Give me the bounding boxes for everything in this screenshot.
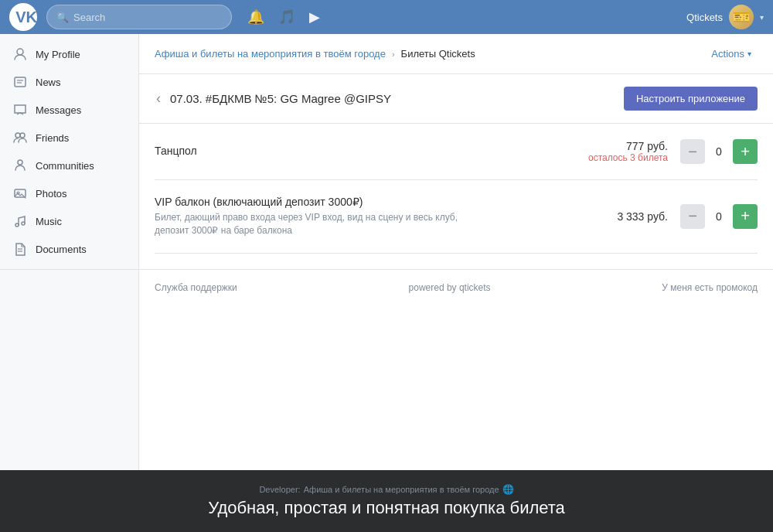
decrease-quantity-button[interactable]: − [680, 139, 705, 164]
event-title: ‹ 07.03. #БДКМВ №5: GG Magree @GIPSY [155, 89, 391, 108]
quantity-value: 0 [711, 210, 727, 223]
nav-icons: 🔔 🎵 ▶ [247, 9, 320, 26]
breadcrumb-current: Билеты Qtickets [401, 48, 475, 60]
chevron-down-icon: ▾ [760, 13, 764, 22]
bottom-banner: Developer: Афиша и билеты на мероприятия… [0, 470, 773, 532]
ticket-price-section: 3 333 руб. − 0 + [617, 204, 758, 229]
sidebar-item-label: Communities [36, 160, 94, 172]
svg-point-9 [15, 223, 19, 227]
notifications-icon[interactable]: 🔔 [247, 9, 264, 26]
back-button[interactable]: ‹ [155, 89, 162, 108]
vk-logo[interactable]: VK [9, 3, 37, 31]
photos-icon [12, 186, 28, 201]
event-name: 07.03. #БДКМВ №5: GG Magree @GIPSY [170, 92, 391, 105]
promo-link[interactable]: У меня есть промокод [662, 282, 758, 293]
breadcrumb-parent[interactable]: Афиша и билеты на мероприятия в твоём го… [155, 48, 386, 60]
decrease-quantity-button[interactable]: − [680, 204, 705, 229]
quantity-value: 0 [711, 145, 727, 158]
tickets-container: Танцпол 777 руб. осталось 3 билета − 0 + [139, 124, 773, 254]
top-navigation: VK 🔍 🔔 🎵 ▶ Qtickets 🎫 ▾ [0, 0, 773, 34]
video-icon[interactable]: ▶ [309, 9, 320, 26]
quantity-control: − 0 + [680, 139, 758, 164]
documents-icon [12, 241, 28, 257]
sidebar-item-label: Documents [36, 244, 87, 255]
svg-point-0 [17, 49, 23, 55]
increase-quantity-button[interactable]: + [733, 204, 758, 229]
developer-label: Developer: [259, 485, 300, 494]
sidebar-item-label: Friends [36, 132, 69, 144]
quantity-control: − 0 + [680, 204, 758, 229]
ticket-info: VIP балкон (включающий депозит 3000₽) Би… [155, 196, 617, 237]
breadcrumb-bar: Афиша и билеты на мероприятия в твоём го… [139, 34, 773, 74]
svg-point-10 [22, 222, 25, 225]
communities-icon [12, 158, 28, 173]
news-icon [12, 74, 28, 90]
profile-icon [12, 46, 28, 62]
ticket-price-section: 777 руб. осталось 3 билета − 0 + [588, 139, 758, 164]
svg-point-5 [20, 133, 25, 138]
sidebar: My Profile News Messages Friends Communi… [0, 34, 139, 532]
sidebar-item-label: My Profile [36, 49, 80, 60]
ticket-description: Билет, дающий право входа через VIP вход… [155, 211, 464, 237]
actions-chevron-icon: ▾ [747, 49, 751, 58]
ticket-info: Танцпол [155, 145, 588, 159]
banner-small-text: Developer: Афиша и билеты на мероприятия… [259, 484, 513, 495]
search-icon: 🔍 [56, 12, 69, 23]
sidebar-item-label: Photos [36, 188, 66, 200]
app-frame: Афиша и билеты на мероприятия в твоём го… [139, 34, 773, 532]
music-nav-icon [12, 213, 28, 229]
main-content: Афиша и билеты на мероприятия в твоём го… [139, 34, 773, 532]
search-bar[interactable]: 🔍 [46, 5, 232, 29]
settings-button[interactable]: Настроить приложение [624, 87, 758, 111]
app-footer: Служба поддержки powered by qtickets У м… [139, 269, 773, 305]
sidebar-item-documents[interactable]: Documents [0, 235, 138, 263]
ticket-price: 3 333 руб. [617, 210, 668, 223]
developer-app-name: Афиша и билеты на мероприятия в твоём го… [304, 485, 499, 494]
sidebar-item-label: Messages [36, 104, 81, 116]
sidebar-item-music[interactable]: Music [0, 207, 138, 235]
actions-button[interactable]: Actions ▾ [705, 45, 758, 63]
sidebar-item-communities[interactable]: Communities [0, 152, 138, 179]
search-input[interactable] [73, 12, 222, 23]
sidebar-item-my-profile[interactable]: My Profile [0, 40, 138, 68]
banner-large-text: Удобная, простая и понятная покупка биле… [208, 498, 565, 518]
breadcrumb-separator: › [392, 49, 395, 59]
sidebar-item-news[interactable]: News [0, 68, 138, 96]
svg-rect-1 [15, 77, 26, 87]
friends-icon [12, 130, 28, 145]
powered-by-label: powered by qtickets [409, 282, 491, 293]
increase-quantity-button[interactable]: + [733, 139, 758, 164]
event-header: ‹ 07.03. #БДКМВ №5: GG Magree @GIPSY Нас… [139, 74, 773, 124]
globe-icon: 🌐 [502, 484, 514, 495]
ticket-price: 777 руб. [588, 140, 668, 152]
music-icon[interactable]: 🎵 [278, 9, 295, 26]
ticket-row: Танцпол 777 руб. осталось 3 билета − 0 + [155, 124, 758, 180]
sidebar-item-messages[interactable]: Messages [0, 96, 138, 124]
avatar: 🎫 [729, 5, 754, 29]
ticket-name: Танцпол [155, 145, 588, 157]
username-label: Qtickets [686, 12, 723, 23]
actions-label: Actions [711, 48, 744, 60]
svg-point-6 [18, 160, 22, 165]
ticket-name: VIP балкон (включающий депозит 3000₽) [155, 196, 617, 208]
user-section[interactable]: Qtickets 🎫 ▾ [686, 5, 764, 29]
breadcrumb: Афиша и билеты на мероприятия в твоём го… [155, 48, 475, 60]
ticket-row: VIP балкон (включающий депозит 3000₽) Би… [155, 180, 758, 254]
sidebar-item-friends[interactable]: Friends [0, 124, 138, 152]
sidebar-item-photos[interactable]: Photos [0, 179, 138, 207]
support-link[interactable]: Служба поддержки [155, 282, 237, 293]
sidebar-divider [0, 269, 138, 270]
svg-point-4 [15, 133, 20, 138]
sidebar-item-label: Music [36, 216, 62, 227]
messages-icon [12, 102, 28, 118]
sidebar-item-label: News [36, 77, 61, 88]
tickets-left-badge: осталось 3 билета [588, 152, 668, 163]
